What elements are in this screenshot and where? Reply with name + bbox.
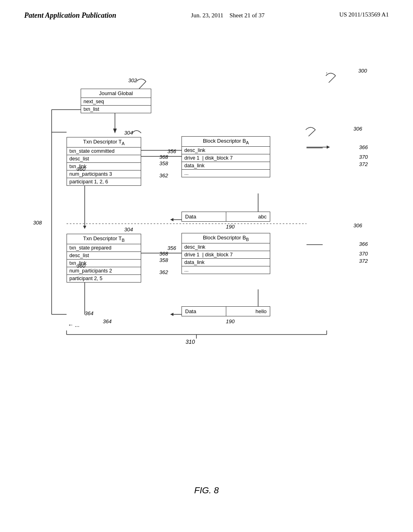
label-310: 310 [186,339,195,345]
block-b-drive: drive 1 | disk_block 7 [182,251,270,258]
label-356-b: 356 [167,245,176,251]
block-a-data-link: data_link [182,162,270,169]
label-190-b: 190 [226,318,235,324]
label-370-a: 370 [359,154,368,160]
label-306-a: 306 [353,126,362,132]
txn-descriptor-a-title: Txn Descriptor TA [67,137,141,147]
label-362-b: 362 [159,269,168,275]
label-306-b: 306 [353,222,362,229]
block-descriptor-a-title: Block Descriptor BA [182,137,270,146]
journal-next-seq: next_seq [81,98,151,105]
label-372-a: 372 [359,161,368,167]
data-a-box: Data abc [181,212,270,222]
data-b-value: hello [226,307,270,316]
txn-a-participants: participant 1, 2, 6 [67,178,141,185]
txn-b-state: txn_state prepared [67,244,141,251]
data-a-label: Data [182,212,226,221]
label-302: 302 [128,77,137,83]
txn-descriptor-a-box: Txn Descriptor TA txn_state committed de… [67,137,141,186]
block-a-ellipsis: ... [182,169,270,177]
figure-caption: FIG. 8 [194,485,219,496]
label-300: 300 [358,68,367,74]
svg-marker-36 [170,218,173,221]
label-368-a: 368 [159,154,168,160]
svg-marker-18 [83,226,86,229]
label-360-b: 360 [77,263,86,269]
sheet-info: Sheet 21 of 37 [229,12,265,19]
journal-txn-list: txn_list [81,105,151,113]
svg-marker-38 [170,313,173,316]
svg-line-40 [139,81,146,89]
label-366-b: 366 [359,241,368,247]
svg-line-41 [309,130,315,136]
ellipsis-bottom: ← ... [68,322,80,328]
label-370-b: 370 [359,251,368,257]
label-304-b: 304 [124,227,133,233]
diagram-area: 300 302 Journal Global next_seq txn_list… [24,64,387,427]
publication-date: Jun. 23, 2011 [191,12,223,19]
block-descriptor-b-box: Block Descriptor BB desc_link drive 1 | … [181,233,270,274]
block-a-desc-link: desc_link [182,146,270,154]
svg-marker-13 [327,145,330,149]
block-b-data-link: data_link [182,258,270,266]
txn-a-state: txn_state committed [67,147,141,155]
svg-line-39 [329,76,336,83]
label-368-b: 368 [159,251,168,257]
block-b-desc-link: desc_link [182,243,270,251]
label-366-a: 366 [359,144,368,150]
publication-title: Patent Application Publication [24,11,116,20]
block-descriptor-b-title: Block Descriptor BB [182,233,270,243]
label-308: 308 [33,220,42,226]
label-364-a: 364 [85,310,94,316]
data-b-box: Data hello [181,306,270,316]
label-190-a: 190 [226,224,235,230]
journal-global-box: Journal Global next_seq txn_list [81,89,151,113]
page-header: Patent Application Publication Jun. 23, … [0,0,413,20]
header-center: Jun. 23, 2011 Sheet 21 of 37 [191,11,265,20]
label-356-a: 356 [167,148,176,154]
label-304-a: 304 [124,130,133,136]
label-372-b: 372 [359,258,368,264]
txn-descriptor-b-title: Txn Descriptor TB [67,234,141,244]
block-descriptor-a-box: Block Descriptor BA desc_link drive 1 | … [181,136,270,177]
data-a-value: abc [226,212,270,221]
patent-number: US 2011/153569 A1 [339,11,389,18]
journal-global-title: Journal Global [81,89,151,98]
label-358-a: 358 [159,160,168,166]
label-362-a: 362 [159,172,168,179]
txn-b-desc-list: desc_list [67,251,141,259]
label-360-a: 360 [77,166,86,172]
block-b-ellipsis: ... [182,266,270,274]
data-b-label: Data [182,307,226,316]
txn-b-participants: participant 2, 5 [67,274,141,282]
block-a-drive: drive 1 | disk_block 7 [182,154,270,162]
label-364-b: 364 [103,318,112,324]
label-358-b: 358 [159,257,168,263]
txn-a-desc-list: desc_list [67,155,141,162]
txn-descriptor-b-box: Txn Descriptor TB txn_state prepared des… [67,234,141,283]
